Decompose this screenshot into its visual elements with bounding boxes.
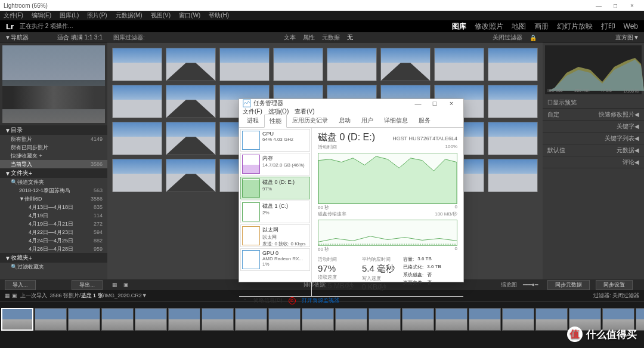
maximize-button[interactable]: □ — [607, 2, 624, 9]
film-thumb[interactable] — [502, 308, 534, 331]
metadata-row[interactable]: 默认值元数据 ◀ — [543, 144, 644, 156]
catalog-current-import[interactable]: 当前导入3586 — [0, 160, 107, 168]
film-thumb[interactable] — [68, 308, 100, 331]
film-thumb[interactable] — [302, 308, 334, 331]
film-thumb[interactable] — [469, 308, 501, 331]
menu-edit[interactable]: 编辑(E) — [32, 11, 51, 20]
nav-print[interactable]: 打印 — [601, 21, 615, 32]
tab-startup[interactable]: 启动 — [333, 114, 356, 127]
folder-item[interactable]: 2018-12-1泰国苏梅岛563 — [0, 186, 107, 195]
tab-users[interactable]: 用户 — [356, 114, 379, 127]
film-thumb[interactable] — [235, 308, 267, 331]
chevron-up-icon[interactable]: ⌃ — [243, 298, 247, 304]
import-button[interactable]: 导入... — [5, 280, 36, 290]
folders-header[interactable]: ▼ 文件夹+ — [0, 168, 107, 178]
grid-icon[interactable]: ▦ ▣ — [5, 292, 17, 298]
thumbnail[interactable] — [166, 159, 216, 192]
less-info[interactable]: 简略信息(D) — [253, 297, 283, 304]
folder-item[interactable]: 4月26日—4月28日959 — [0, 245, 107, 253]
folder-item[interactable]: 4月13日—4月18日835 — [0, 203, 107, 211]
thumbnail[interactable] — [488, 122, 538, 155]
film-thumb[interactable] — [535, 308, 568, 331]
thumbnail[interactable] — [434, 48, 484, 81]
taskman-close[interactable]: × — [443, 100, 460, 107]
nav-fill[interactable]: 填满 — [71, 33, 83, 42]
film-thumb[interactable] — [202, 308, 234, 331]
menu-photo[interactable]: 照片(P) — [87, 11, 107, 20]
navigator-header[interactable]: ▼ 导航器 适合 填满 1:1 3:1 — [0, 32, 107, 43]
menu-view[interactable]: 视图(V) — [151, 11, 171, 20]
collection-filter[interactable]: 🔍 过滤收藏夹 — [0, 263, 107, 271]
tab-performance[interactable]: 性能 — [264, 115, 287, 128]
close-button[interactable]: × — [624, 2, 640, 9]
thumbnail[interactable] — [327, 48, 377, 81]
menu-file[interactable]: 文件(F) — [4, 11, 23, 20]
thumbnail[interactable] — [273, 48, 323, 81]
comments-row[interactable]: 评论 ◀ — [543, 156, 644, 168]
thumbnail[interactable] — [112, 122, 162, 155]
quick-dev-row[interactable]: 自定快速修改照片 ◀ — [543, 109, 644, 121]
tab-history[interactable]: 应用历史记录 — [287, 114, 333, 127]
sync-meta-button[interactable]: 同步元数据 — [547, 280, 590, 290]
thumbnail[interactable] — [488, 48, 538, 81]
thumbnail[interactable] — [112, 85, 162, 118]
thumbnail[interactable] — [380, 48, 431, 81]
menu-help[interactable]: 帮助(H) — [209, 11, 229, 20]
thumbnail[interactable] — [166, 48, 216, 81]
filter-none[interactable]: 无 — [347, 33, 353, 42]
thumbnail[interactable] — [112, 48, 162, 81]
film-thumb[interactable] — [402, 308, 434, 331]
film-thumb[interactable] — [101, 308, 134, 331]
nav-ratio[interactable]: 1:1 — [84, 34, 92, 41]
keyword-list-row[interactable]: 关键字列表 ◀ — [543, 133, 644, 144]
folder-item[interactable]: ▼ 佳能6D3586 — [0, 195, 107, 203]
thumbnail[interactable] — [166, 122, 216, 155]
nav-fit[interactable]: 适合 — [57, 33, 69, 42]
collections-header[interactable]: ▼ 收藏夹+ — [0, 253, 107, 263]
folder-item[interactable]: 4月19日114 — [0, 211, 107, 220]
film-thumb[interactable] — [268, 308, 301, 331]
filmstrip[interactable] — [0, 301, 644, 337]
minimize-button[interactable]: — — [590, 2, 607, 9]
nav-map[interactable]: 地图 — [512, 21, 526, 32]
loupe-view-icon[interactable]: ▣ — [123, 282, 129, 288]
folder-filter[interactable]: 🔍 强迫文件夹 — [0, 178, 107, 186]
taskman-min[interactable]: — — [410, 100, 426, 107]
navigator-preview[interactable] — [0, 43, 107, 125]
taskman-max[interactable]: □ — [426, 100, 443, 107]
folder-item[interactable]: 4月22日—4月23日594 — [0, 228, 107, 236]
thumbnail[interactable] — [166, 85, 216, 118]
tab-details[interactable]: 详细信息 — [379, 114, 413, 127]
film-thumb[interactable] — [335, 308, 367, 331]
preview-checkbox[interactable]: ☐ 显示预览 — [543, 97, 644, 109]
menu-window[interactable]: 窗口(W) — [179, 11, 200, 20]
thumbnail[interactable] — [488, 85, 538, 118]
tab-processes[interactable]: 进程 — [242, 114, 264, 127]
catalog-quick[interactable]: 快捷收藏夹 + — [0, 152, 107, 160]
nav-library[interactable]: 图库 — [452, 21, 466, 32]
grid-view-icon[interactable]: ▦ — [112, 282, 117, 288]
perf-item-gpu[interactable]: GPU 0AMD Radeon RX...1% — [240, 248, 310, 271]
filter-off[interactable]: 关闭过滤器 — [612, 292, 639, 300]
nav-slideshow[interactable]: 幻灯片放映 — [557, 21, 593, 32]
taskman-titlebar[interactable]: 任务管理器 — □ × — [239, 99, 463, 107]
sync-settings-button[interactable]: 同步设置 — [596, 280, 633, 290]
perf-item-disk2[interactable]: 磁盘 1 (C:)2% — [240, 201, 310, 223]
thumbnail[interactable] — [219, 48, 270, 81]
film-thumb[interactable] — [1, 308, 33, 331]
histogram-header[interactable]: 直方图 ▼ — [543, 32, 644, 43]
thumbnail[interactable] — [112, 159, 162, 192]
nav-book[interactable]: 画册 — [534, 21, 549, 32]
menu-library[interactable]: 图库(L) — [60, 11, 79, 20]
catalog-all-photos[interactable]: 所有照片4149 — [0, 135, 107, 143]
perf-item-cpu[interactable]: CPU64% 4.03 GHz — [240, 129, 310, 152]
film-thumb[interactable] — [369, 308, 401, 331]
perf-item-eth[interactable]: 以太网以太网发送: 0 接收: 0 Kbps — [240, 224, 310, 247]
thumbnail[interactable] — [488, 159, 538, 192]
perf-item-mem[interactable]: 内存14.7/32.0 GB (46%) — [240, 153, 310, 175]
folder-item[interactable]: 4月24日—4月25日882 — [0, 236, 107, 245]
nav-web[interactable]: Web — [624, 22, 638, 30]
film-thumb[interactable] — [35, 308, 67, 331]
folder-item[interactable]: 4月19日—4月21日272 — [0, 220, 107, 228]
catalog-header[interactable]: ▼ 目录 — [0, 125, 107, 135]
